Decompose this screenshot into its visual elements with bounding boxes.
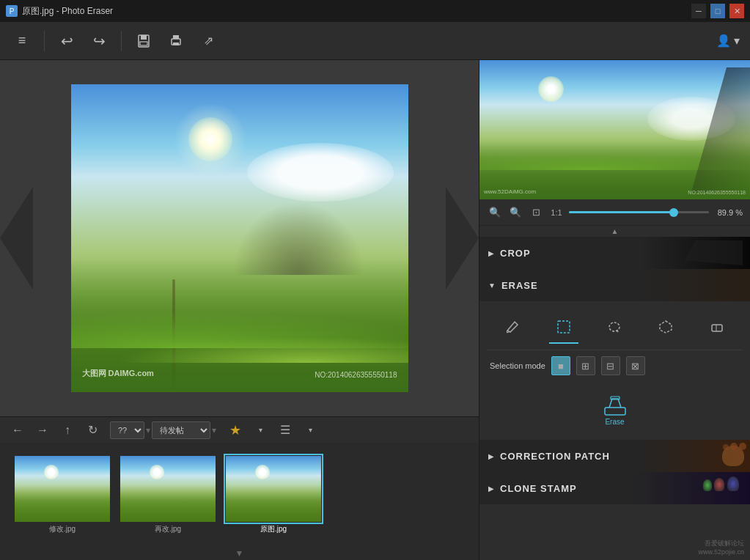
nav-back-button[interactable]: ← xyxy=(7,420,28,441)
erase-section-arrow: ▼ xyxy=(488,281,496,290)
polygon-tool[interactable] xyxy=(651,314,680,344)
undo-button[interactable]: ↩ xyxy=(54,28,80,54)
eraser-tool[interactable] xyxy=(702,314,732,344)
folder-dropdown[interactable]: ?? xyxy=(110,421,144,439)
nav-up-button[interactable]: ↑ xyxy=(57,420,78,441)
correction-section-arrow: ▶ xyxy=(488,452,494,460)
left-panel: 大图网 DAIMG.com NO:20140626355550118 ← → ↑… xyxy=(0,60,479,560)
zoom-percentage: 89.9 % xyxy=(713,208,743,217)
save-button[interactable] xyxy=(130,28,157,54)
pixel-button[interactable]: 1:1 xyxy=(548,205,565,221)
user-button[interactable]: 👤 ▾ xyxy=(715,28,741,54)
nav-rotate-button[interactable]: ↻ xyxy=(82,420,103,441)
main-image: 大图网 DAIMG.com NO:20140626355550118 xyxy=(71,84,408,392)
erase-button-label: Erase xyxy=(605,418,624,426)
filmstrip-container: 修改.jpg 再改.jpg 原图.jpg xyxy=(0,443,479,547)
filmstrip: 修改.jpg 再改.jpg 原图.jpg xyxy=(0,443,479,560)
thumb-sun xyxy=(255,465,270,479)
thumb-sun xyxy=(44,465,59,479)
image-watermark: 大图网 DAIMG.com xyxy=(82,368,154,379)
sel-mode-intersect[interactable]: ⊠ xyxy=(626,356,645,375)
filmstrip-label: 再改.jpg xyxy=(155,524,181,534)
brush-tool[interactable] xyxy=(498,314,527,344)
preview-image: www.52DAiMG.com NO:20140626355550118 xyxy=(479,60,750,199)
star-button[interactable]: ★ xyxy=(225,420,246,441)
zoom-out-button[interactable]: 🔍 xyxy=(487,205,503,221)
correction-section-title: CORRECTION PATCH xyxy=(500,451,610,462)
zoom-slider-knob[interactable] xyxy=(669,208,678,217)
sel-mode-add[interactable]: ⊞ xyxy=(576,356,595,375)
clone-section-title: CLONE STAMP xyxy=(500,483,577,494)
erase-section: ▼ ERASE xyxy=(479,269,750,440)
erase-section-body: Selection mode ■ ⊞ ⊟ ⊠ Erase xyxy=(479,301,750,440)
redo-button[interactable]: ↪ xyxy=(86,28,112,54)
svg-marker-8 xyxy=(660,321,672,333)
sel-mode-new[interactable]: ■ xyxy=(551,356,570,375)
left-arrow-decoration xyxy=(0,187,33,290)
toolbar-right: 👤 ▾ xyxy=(715,28,741,54)
filmstrip-thumbnail[interactable] xyxy=(15,456,110,522)
filmstrip-collapse[interactable]: ▼ xyxy=(0,547,479,560)
titlebar: P 原图.jpg - Photo Eraser ─ □ ✕ xyxy=(0,0,750,22)
right-arrow-decoration xyxy=(446,187,479,290)
toolbar-separator xyxy=(44,31,45,51)
lasso-tool[interactable] xyxy=(600,314,629,344)
rect-select-tool[interactable] xyxy=(549,314,578,344)
menu-button[interactable]: ≡ xyxy=(9,28,35,54)
canvas-area[interactable]: 大图网 DAIMG.com NO:20140626355550118 xyxy=(0,60,479,416)
filmstrip-thumbnail-active[interactable] xyxy=(226,456,321,522)
grid-button[interactable]: ☰ xyxy=(275,420,295,441)
crop-section-header[interactable]: ▶ CROP xyxy=(479,237,750,269)
svg-rect-11 xyxy=(605,408,625,415)
close-button[interactable]: ✕ xyxy=(729,4,744,18)
zoom-in-button[interactable]: 🔍 xyxy=(507,205,523,221)
correction-section-header[interactable]: ▶ CORRECTION PATCH xyxy=(479,440,750,472)
minimize-button[interactable]: ─ xyxy=(691,4,706,18)
filmstrip-item[interactable]: 再改.jpg xyxy=(120,456,216,534)
fit-button[interactable]: ⊡ xyxy=(528,205,544,221)
maximize-button[interactable]: □ xyxy=(710,4,725,18)
filmstrip-item[interactable]: 修改.jpg xyxy=(15,456,110,534)
titlebar-title: 原图.jpg - Photo Eraser xyxy=(22,5,687,18)
filmstrip-label-active: 原图.jpg xyxy=(260,524,287,534)
print-button[interactable] xyxy=(163,28,189,54)
selection-mode-row: Selection mode ■ ⊞ ⊟ ⊠ xyxy=(487,350,743,381)
erase-section-title: ERASE xyxy=(501,280,538,291)
main-area: 大图网 DAIMG.com NO:20140626355550118 ← → ↑… xyxy=(0,60,750,560)
tag-dropdown[interactable]: 待发帖 xyxy=(152,421,210,439)
zoom-collapse-button[interactable]: ▲ xyxy=(479,226,750,237)
toolbar-separator-2 xyxy=(121,31,122,51)
clone-section-header[interactable]: ▶ CLONE STAMP xyxy=(479,472,750,504)
svg-rect-6 xyxy=(558,321,570,333)
preview-watermark2: NO:20140626355550118 xyxy=(688,190,746,195)
grid-dropdown-button[interactable]: ▾ xyxy=(300,420,320,441)
preview-watermark: www.52DAiMG.com xyxy=(484,188,536,195)
clone-section: ▶ CLONE STAMP xyxy=(479,472,750,504)
crop-section-title: CROP xyxy=(500,248,531,259)
image-watermark2: NO:20140626355550118 xyxy=(315,371,397,379)
filmstrip-nav: ← → ↑ ↻ ?? ▾ 待发帖 ▾ ★ ▾ ☰ ▾ xyxy=(0,416,479,443)
clone-section-arrow: ▶ xyxy=(488,485,494,493)
app-icon: P xyxy=(6,5,18,17)
svg-rect-9 xyxy=(712,325,722,331)
svg-point-7 xyxy=(609,323,620,331)
sel-mode-subtract[interactable]: ⊟ xyxy=(601,356,620,375)
filmstrip-item-active[interactable]: 原图.jpg xyxy=(226,456,321,534)
svg-rect-4 xyxy=(173,35,179,39)
zoom-slider-fill xyxy=(569,211,674,213)
crop-section-arrow: ▶ xyxy=(488,249,494,257)
zoom-slider[interactable] xyxy=(569,211,709,213)
erase-button[interactable]: Erase xyxy=(596,390,634,428)
filmstrip-label: 修改.jpg xyxy=(49,524,76,534)
share-button[interactable]: ⇗ xyxy=(195,28,221,54)
star-dropdown-button[interactable]: ▾ xyxy=(250,420,271,441)
crop-section: ▶ CROP xyxy=(479,237,750,269)
svg-rect-5 xyxy=(173,43,179,45)
selection-mode-label: Selection mode xyxy=(490,361,545,370)
svg-rect-12 xyxy=(611,397,620,399)
toolbar: ≡ ↩ ↪ ⇗ 👤 ▾ xyxy=(0,22,750,60)
nav-forward-button[interactable]: → xyxy=(32,420,53,441)
filmstrip-thumbnail[interactable] xyxy=(120,456,216,522)
erase-section-header[interactable]: ▼ ERASE xyxy=(479,269,750,301)
right-panel: www.52DAiMG.com NO:20140626355550118 🔍 🔍… xyxy=(479,60,750,560)
